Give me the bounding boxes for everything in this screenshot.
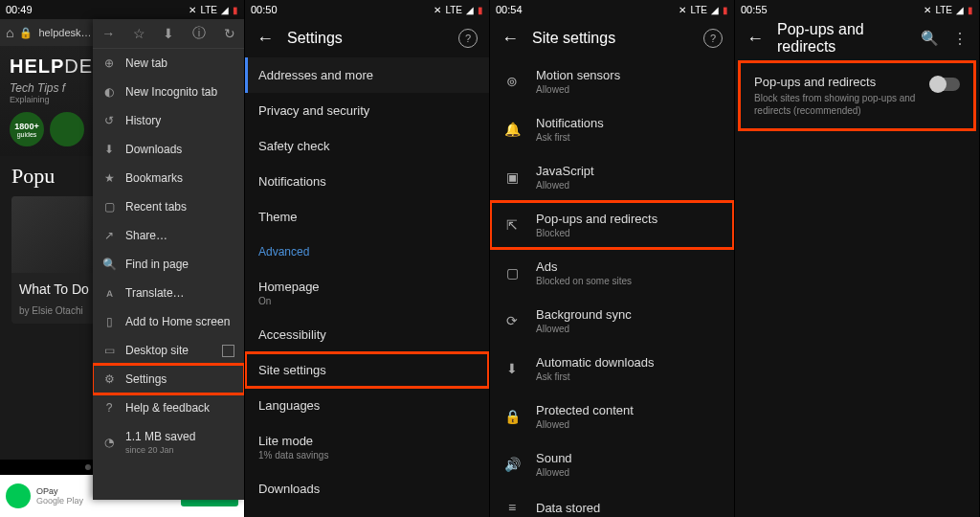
help-icon: ? bbox=[102, 401, 116, 415]
bookmark-icon: ★ bbox=[102, 171, 116, 185]
js-icon: ▣ bbox=[503, 169, 521, 186]
menu-toolbar: → ☆ ⬇ ⓘ ↻ bbox=[93, 19, 244, 49]
settings-languages[interactable]: Languages bbox=[245, 388, 489, 423]
clock: 00:55 bbox=[741, 4, 768, 15]
status-icons: ✕LTE◢▮ bbox=[924, 5, 973, 15]
plus-icon: ⊕ bbox=[102, 56, 116, 70]
clock: 00:50 bbox=[251, 4, 278, 15]
incognito-icon: ◐ bbox=[102, 85, 116, 99]
status-icons: ✕LTE◢▮ bbox=[434, 5, 483, 15]
download-icon: ⬇ bbox=[503, 360, 521, 377]
download-icon: ⬇ bbox=[102, 143, 116, 156]
search-icon[interactable]: 🔍 bbox=[921, 30, 939, 47]
info-icon[interactable]: ⓘ bbox=[192, 25, 206, 42]
menu-downloads[interactable]: ⬇Downloads bbox=[93, 135, 244, 164]
sound-icon: 🔊 bbox=[503, 456, 521, 473]
site-setting-ads[interactable]: ▢AdsBlocked on some sites bbox=[490, 249, 734, 297]
status-bar: 00:54 ✕LTE◢▮ bbox=[490, 0, 734, 19]
desktop-icon: ▭ bbox=[102, 344, 116, 357]
settings-privacy[interactable]: Privacy and security bbox=[245, 93, 489, 128]
download-icon[interactable]: ⬇ bbox=[163, 26, 174, 41]
settings-homepage[interactable]: HomepageOn bbox=[245, 269, 489, 317]
site-setting-bell[interactable]: 🔔NotificationsAsk first bbox=[490, 105, 734, 153]
ad-app-icon bbox=[6, 483, 31, 508]
gear-icon: ⚙ bbox=[102, 372, 116, 386]
more-icon[interactable]: ⋮ bbox=[952, 30, 968, 48]
back-icon[interactable]: ← bbox=[256, 29, 274, 49]
settings-safety[interactable]: Safety check bbox=[245, 128, 489, 164]
toggle-switch[interactable] bbox=[931, 78, 960, 91]
menu-desktop-site[interactable]: ▭Desktop site bbox=[93, 336, 244, 365]
lock-icon: 🔒 bbox=[503, 408, 521, 425]
site-setting-popup[interactable]: ⇱Pop-ups and redirectsBlocked bbox=[490, 201, 734, 249]
page-title: Pop-ups and redirects bbox=[777, 21, 907, 56]
lock-icon: 🔒 bbox=[19, 27, 33, 39]
site-setting-lock[interactable]: 🔒Protected contentAllowed bbox=[490, 393, 734, 440]
menu-new-tab[interactable]: ⊕New tab bbox=[93, 49, 244, 78]
menu-recent-tabs[interactable]: ▢Recent tabs bbox=[93, 192, 244, 221]
popups-toggle-row[interactable]: Pop-ups and redirects Block sites from s… bbox=[741, 63, 973, 128]
bell-icon: 🔔 bbox=[503, 121, 521, 138]
site-setting-data[interactable]: ≡Data stored bbox=[490, 488, 734, 517]
clock: 00:49 bbox=[6, 4, 33, 15]
back-icon[interactable]: ← bbox=[501, 29, 519, 49]
settings-notifications[interactable]: Notifications bbox=[245, 164, 489, 199]
star-icon[interactable]: ☆ bbox=[133, 26, 145, 41]
recent-icon: ▢ bbox=[102, 200, 116, 214]
menu-help[interactable]: ?Help & feedback bbox=[93, 393, 244, 422]
translate-icon: ᴀ bbox=[102, 286, 116, 300]
overflow-menu: → ☆ ⬇ ⓘ ↻ ⊕New tab ◐New Incognito tab ↺H… bbox=[93, 19, 244, 500]
settings-lite-mode[interactable]: Lite mode1% data savings bbox=[245, 423, 489, 471]
status-icons: ✕LTE◢▮ bbox=[189, 5, 238, 15]
status-bar: 00:55 ✕LTE◢▮ bbox=[735, 0, 979, 19]
settings-about[interactable]: About Chrome bbox=[245, 506, 489, 517]
chart-icon: ◔ bbox=[102, 436, 116, 449]
menu-data-saved[interactable]: ◔1.1 MB savedsince 20 Jan bbox=[93, 422, 244, 462]
desktop-checkbox[interactable] bbox=[222, 345, 234, 357]
settings-downloads[interactable]: Downloads bbox=[245, 471, 489, 506]
menu-share[interactable]: ↗Share… bbox=[93, 221, 244, 250]
share-icon: ↗ bbox=[102, 229, 116, 242]
help-icon[interactable]: ? bbox=[703, 29, 723, 48]
page-title: Settings bbox=[287, 30, 445, 47]
home-icon[interactable]: ⌂ bbox=[6, 25, 13, 40]
settings-advanced-header: Advanced bbox=[245, 235, 489, 269]
status-bar: 00:49 ✕LTE◢▮ bbox=[0, 0, 244, 19]
settings-theme[interactable]: Theme bbox=[245, 199, 489, 235]
back-icon[interactable]: ← bbox=[746, 29, 764, 49]
phone-icon: ▯ bbox=[102, 315, 116, 328]
data-icon: ≡ bbox=[503, 499, 521, 516]
menu-add-home[interactable]: ▯Add to Home screen bbox=[93, 307, 244, 336]
forward-icon[interactable]: → bbox=[101, 26, 115, 41]
menu-incognito[interactable]: ◐New Incognito tab bbox=[93, 78, 244, 106]
menu-find[interactable]: 🔍Find in page bbox=[93, 250, 244, 279]
search-icon: 🔍 bbox=[102, 258, 116, 271]
settings-site-settings[interactable]: Site settings bbox=[245, 352, 489, 388]
settings-accessibility[interactable]: Accessibility bbox=[245, 317, 489, 352]
menu-settings[interactable]: ⚙Settings bbox=[93, 365, 244, 393]
site-setting-js[interactable]: ▣JavaScriptAllowed bbox=[490, 153, 734, 201]
status-bar: 00:50 ✕LTE◢▮ bbox=[245, 0, 489, 19]
menu-translate[interactable]: ᴀTranslate… bbox=[93, 279, 244, 307]
site-setting-sound[interactable]: 🔊SoundAllowed bbox=[490, 440, 734, 488]
url-text: helpdesk… bbox=[38, 27, 91, 38]
history-icon: ↺ bbox=[102, 114, 116, 127]
refresh-icon[interactable]: ↻ bbox=[224, 26, 235, 41]
menu-bookmarks[interactable]: ★Bookmarks bbox=[93, 164, 244, 192]
badge-2 bbox=[50, 112, 84, 146]
motion-icon: ⊚ bbox=[503, 73, 521, 90]
popup-row-desc: Block sites from showing pop-ups and red… bbox=[754, 92, 922, 117]
popup-row-title: Pop-ups and redirects bbox=[754, 75, 922, 89]
settings-addresses[interactable]: Addresses and more bbox=[245, 57, 489, 93]
guides-badge: 1800+guides bbox=[10, 112, 44, 146]
status-icons: ✕LTE◢▮ bbox=[679, 5, 728, 15]
menu-history[interactable]: ↺History bbox=[93, 106, 244, 135]
popup-icon: ⇱ bbox=[503, 216, 521, 234]
ads-icon: ▢ bbox=[503, 264, 521, 281]
sync-icon: ⟳ bbox=[503, 312, 521, 329]
site-setting-motion[interactable]: ⊚Motion sensorsAllowed bbox=[490, 57, 734, 105]
page-title: Site settings bbox=[532, 30, 690, 47]
site-setting-sync[interactable]: ⟳Background syncAllowed bbox=[490, 297, 734, 345]
site-setting-download[interactable]: ⬇Automatic downloadsAsk first bbox=[490, 345, 734, 393]
help-icon[interactable]: ? bbox=[458, 29, 478, 48]
